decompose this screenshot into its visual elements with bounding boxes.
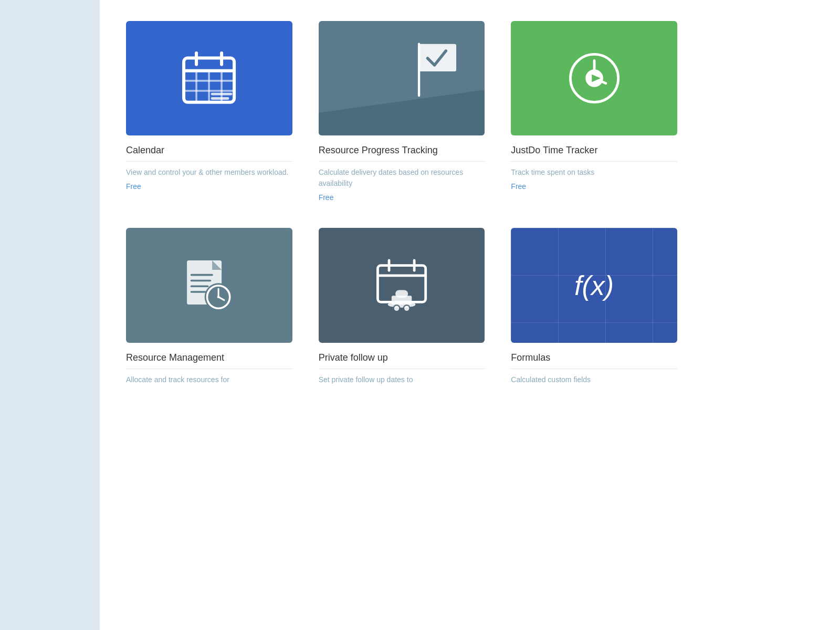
card-time-tracker-price: Free bbox=[511, 182, 677, 191]
svg-point-30 bbox=[217, 296, 220, 298]
svg-marker-12 bbox=[319, 90, 485, 135]
svg-rect-37 bbox=[395, 290, 408, 297]
card-resource-progress-image bbox=[319, 21, 485, 135]
card-calendar-image bbox=[126, 21, 292, 135]
resource-management-icon bbox=[163, 254, 255, 317]
card-formulas-title: Formulas bbox=[511, 352, 677, 369]
card-time-tracker-title: JustDo Time Tracker bbox=[511, 145, 677, 162]
card-resource-management[interactable]: Resource Management Allocate and track r… bbox=[126, 228, 292, 389]
card-calendar[interactable]: Calendar View and control your & other m… bbox=[126, 21, 292, 202]
main-content: Calendar View and control your & other m… bbox=[100, 0, 840, 630]
card-resource-progress-price: Free bbox=[319, 193, 485, 202]
card-formulas-description: Calculated custom fields bbox=[511, 374, 677, 385]
card-private-followup-description: Set private follow up dates to bbox=[319, 374, 485, 385]
card-private-followup[interactable]: Private follow up Set private follow up … bbox=[319, 228, 485, 389]
time-tracker-icon bbox=[549, 47, 640, 110]
card-time-tracker-image bbox=[511, 21, 677, 135]
cards-grid: Calendar View and control your & other m… bbox=[126, 21, 677, 390]
sidebar bbox=[0, 0, 100, 630]
card-private-followup-image bbox=[319, 228, 485, 342]
card-calendar-title: Calendar bbox=[126, 145, 292, 162]
card-calendar-price: Free bbox=[126, 182, 292, 191]
card-resource-management-description: Allocate and track resources for bbox=[126, 374, 292, 385]
card-resource-progress-description: Calculate delivery dates based on resour… bbox=[319, 167, 485, 189]
card-formulas[interactable]: f(x) Formulas Calculated custom fields bbox=[511, 228, 677, 389]
resource-progress-bg-icon bbox=[319, 21, 485, 135]
card-resource-progress[interactable]: Resource Progress Tracking Calculate del… bbox=[319, 21, 485, 202]
card-resource-progress-title: Resource Progress Tracking bbox=[319, 145, 485, 162]
formula-text: f(x) bbox=[574, 270, 614, 301]
card-resource-management-image bbox=[126, 228, 292, 342]
card-private-followup-title: Private follow up bbox=[319, 352, 485, 369]
calendar-icon bbox=[163, 47, 255, 110]
card-resource-management-title: Resource Management bbox=[126, 352, 292, 369]
private-followup-icon bbox=[356, 254, 447, 317]
svg-rect-14 bbox=[419, 44, 456, 71]
card-time-tracker[interactable]: JustDo Time Tracker Track time spent on … bbox=[511, 21, 677, 202]
card-formulas-image: f(x) bbox=[511, 228, 677, 342]
svg-point-39 bbox=[404, 305, 410, 311]
svg-point-38 bbox=[393, 305, 400, 311]
card-time-tracker-description: Track time spent on tasks bbox=[511, 167, 677, 178]
card-calendar-description: View and control your & other members wo… bbox=[126, 167, 292, 178]
